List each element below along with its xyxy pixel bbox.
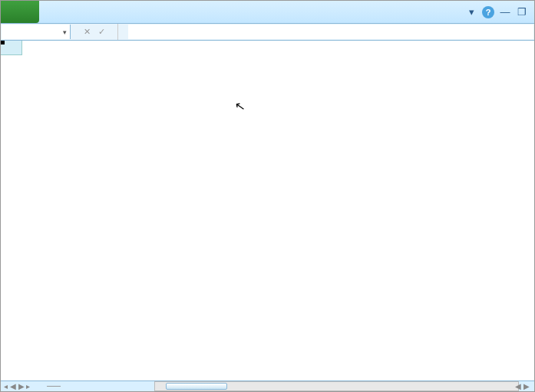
help-icon[interactable]: ? (482, 6, 494, 18)
fx-label[interactable] (117, 24, 127, 40)
cancel-icon[interactable]: ✕ (84, 27, 91, 37)
formula-bar-buttons: ✕ ✓ (71, 24, 117, 40)
select-all-corner[interactable] (1, 41, 22, 55)
status-right: ◀ ▶ (515, 382, 530, 390)
column-headers (22, 41, 534, 55)
horizontal-scrollbar[interactable] (154, 381, 519, 391)
name-box[interactable] (2, 25, 71, 39)
sheet-nav[interactable]: ◂ ◀ ▶ ▸ (4, 382, 30, 390)
restore-icon[interactable]: ❐ (516, 6, 528, 18)
formula-input[interactable] (128, 25, 533, 39)
spreadsheet-grid: ↖ (1, 41, 534, 381)
scrollbar-thumb[interactable] (166, 383, 227, 390)
file-tab[interactable] (1, 1, 39, 23)
enter-icon[interactable]: ✓ (98, 27, 105, 37)
minimize-icon[interactable]: — (499, 6, 511, 18)
cells-area[interactable] (22, 55, 534, 381)
status-bar: ◂ ◀ ▶ ▸ ◀ ▶ (1, 380, 534, 391)
ribbon: ▾ ? — ❐ (1, 1, 534, 24)
sheet-tab[interactable] (47, 386, 61, 387)
window-controls: ▾ ? — ❐ (465, 1, 534, 23)
dropdown-icon[interactable]: ▾ (465, 6, 477, 18)
formula-bar: ✕ ✓ (1, 24, 534, 41)
